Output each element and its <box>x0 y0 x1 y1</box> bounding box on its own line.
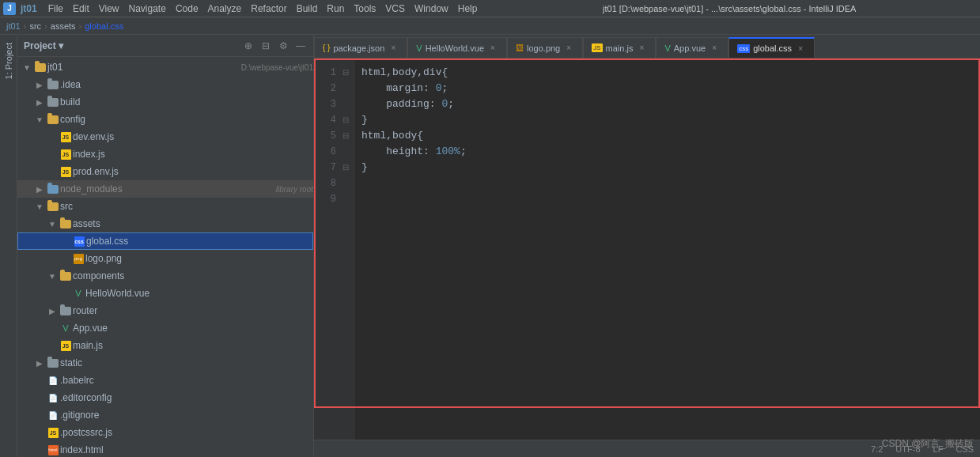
menu-edit[interactable]: Edit <box>68 0 94 17</box>
menu-tools[interactable]: Tools <box>349 0 380 17</box>
tree-item-dev-env[interactable]: JS dev.env.js <box>17 128 313 145</box>
folder-icon <box>59 270 73 281</box>
menu-build[interactable]: Build <box>292 0 323 17</box>
tab-close-icon[interactable]: × <box>795 43 806 54</box>
tree-label: .postcssrc.js <box>60 427 313 438</box>
css-file-icon: css <box>72 236 86 247</box>
tree-label: dev.env.js <box>73 131 313 142</box>
settings-icon[interactable]: ⚙ <box>277 40 289 52</box>
tree-item-app-vue[interactable]: V App.vue <box>17 319 313 337</box>
tab-app-vue[interactable]: V App.vue × <box>656 37 728 58</box>
tree-item-global-css[interactable]: css global.css <box>17 232 313 250</box>
breadcrumb-item-global-css[interactable]: global.css <box>85 21 123 31</box>
tree-item-postcssrc[interactable]: JS .postcssrc.js <box>17 424 313 441</box>
tree-item-main-js[interactable]: JS main.js <box>17 337 313 354</box>
tree-item-helloworld[interactable]: V HelloWorld.vue <box>17 285 313 302</box>
folder-icon <box>46 357 60 368</box>
tree-item-prod-env[interactable]: JS prod.env.js <box>17 163 313 180</box>
tab-logo-png[interactable]: 🖼 logo.png × <box>507 37 583 58</box>
tree-item-src[interactable]: ▼ src <box>17 198 313 215</box>
folder-icon <box>46 114 60 125</box>
breadcrumb-item-assets[interactable]: assets <box>51 21 76 31</box>
tab-label: global.css <box>753 43 792 53</box>
tree-label: index.js <box>73 149 313 160</box>
tree-item-babelrc[interactable]: 📄 .babelrc <box>17 372 313 389</box>
tree-item-static[interactable]: ▶ static <box>17 354 313 372</box>
menu-refactor[interactable]: Refactor <box>246 0 291 17</box>
menu-navigate[interactable]: Navigate <box>124 0 171 17</box>
menu-run[interactable]: Run <box>322 0 349 17</box>
folder-icon <box>33 62 47 73</box>
project-toolbar: Project ▾ ⊕ ⊟ ⚙ — <box>17 35 313 57</box>
tree-item-idea[interactable]: ▶ .idea <box>17 76 313 93</box>
collapse-icon[interactable]: ⊟ <box>259 40 272 52</box>
arrow-icon: ▶ <box>33 98 46 107</box>
tab-close-icon[interactable]: × <box>636 43 647 54</box>
arrow-icon: ▼ <box>33 202 46 211</box>
menu-vcs[interactable]: VCS <box>380 0 410 17</box>
tab-package-json[interactable]: { } package.json × <box>314 37 407 58</box>
js-file-icon: JS <box>59 149 73 160</box>
js-tab-icon: JS <box>592 43 602 52</box>
path-label: D:\webpase-vue\jt01 <box>241 63 313 72</box>
tab-close-icon[interactable]: × <box>487 43 498 54</box>
tree-item-build[interactable]: ▶ build <box>17 93 313 111</box>
side-tab-project[interactable]: 1: Project <box>0 35 17 457</box>
library-root-badge: library root <box>276 185 313 194</box>
menu-code[interactable]: Code <box>171 0 203 17</box>
tab-helloworld-vue[interactable]: V HelloWorld.vue × <box>407 37 507 58</box>
tree-label: index.html <box>60 444 313 455</box>
tab-label: logo.png <box>527 43 560 53</box>
app-icon: J <box>3 2 16 15</box>
code-editor[interactable]: html,body,div{ margin: 0; padding: 0; } … <box>355 59 980 440</box>
menu-help[interactable]: Help <box>453 0 482 17</box>
editor-area[interactable]: 1 2 3 4 5 6 7 8 9 ⊟ ⊟ ⊟ ⊟ <box>314 59 980 440</box>
tree-item-router[interactable]: ▶ router <box>17 302 313 319</box>
breadcrumb-item-src[interactable]: src <box>29 21 41 31</box>
tab-label: HelloWorld.vue <box>426 43 484 53</box>
arrow-icon: ▶ <box>46 307 59 315</box>
config-file-icon: 📄 <box>46 392 60 403</box>
tree-item-index-js[interactable]: JS index.js <box>17 145 313 163</box>
tree-root-jt01[interactable]: ▼ jt01 D:\webpase-vue\jt01 <box>17 59 313 76</box>
arrow-icon: ▼ <box>46 272 59 281</box>
locate-icon[interactable]: ⊕ <box>242 40 255 52</box>
menu-file[interactable]: File <box>44 0 68 17</box>
menu-analyze[interactable]: Analyze <box>203 0 247 17</box>
tree-item-logo-png[interactable]: png logo.png <box>17 250 313 267</box>
breadcrumb-item-jt01[interactable]: jt01 <box>6 21 21 31</box>
png-tab-icon: 🖼 <box>516 43 524 52</box>
tab-close-icon[interactable]: × <box>709 43 720 54</box>
watermark: CSDN @阿言_搬砖版 <box>882 437 974 451</box>
config-file-icon: 📄 <box>46 410 60 421</box>
hide-icon[interactable]: — <box>294 40 307 52</box>
editor-panel: { } package.json × V HelloWorld.vue × 🖼 … <box>314 35 980 457</box>
arrow-icon: ▼ <box>46 220 59 228</box>
tree-item-gitignore[interactable]: 📄 .gitignore <box>17 406 313 424</box>
tab-global-css[interactable]: css global.css × <box>728 37 815 58</box>
tree-item-config[interactable]: ▼ config <box>17 111 313 128</box>
html-file-icon: html <box>46 444 60 455</box>
main-layout: 1: Project Project ▾ ⊕ ⊟ ⚙ — ▼ jt01 D:\w… <box>0 35 980 457</box>
tree-label: assets <box>73 218 313 229</box>
tree-item-editorconfig[interactable]: 📄 .editorconfig <box>17 389 313 406</box>
tree-item-assets[interactable]: ▼ assets <box>17 215 313 232</box>
vue-file-icon: V <box>59 323 73 334</box>
tree-label: .babelrc <box>60 375 313 386</box>
tree-item-components[interactable]: ▼ components <box>17 267 313 285</box>
tab-close-icon[interactable]: × <box>388 43 399 54</box>
menu-window[interactable]: Window <box>410 0 453 17</box>
tab-main-js[interactable]: JS main.js × <box>583 37 656 58</box>
tree-label: components <box>73 270 313 281</box>
window-title: jt01 [D:\webpase-vue\jt01] - ...\src\ass… <box>482 4 977 13</box>
tab-close-icon[interactable]: × <box>563 43 574 54</box>
css-tab-icon: css <box>737 44 750 53</box>
side-tab-label[interactable]: 1: Project <box>1 38 17 84</box>
status-bar: 7:2 UTF-8 LF CSS <box>314 440 980 457</box>
project-panel-title: Project ▾ <box>24 40 237 51</box>
menu-view[interactable]: View <box>94 0 124 17</box>
tree-item-index-html[interactable]: html index.html <box>17 441 313 457</box>
tree-item-node-modules[interactable]: ▶ node_modules library root <box>17 180 313 198</box>
tree-label: .idea <box>60 79 313 90</box>
js-file-icon: JS <box>46 427 60 438</box>
